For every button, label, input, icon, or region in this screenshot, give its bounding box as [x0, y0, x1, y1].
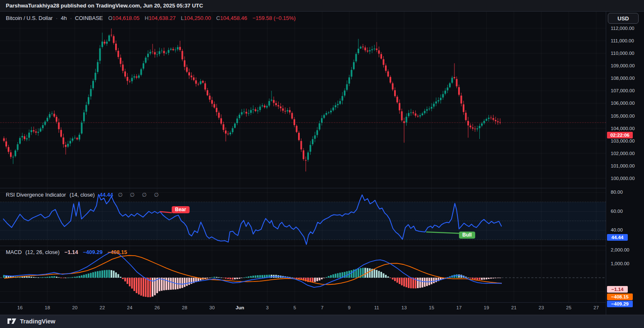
- macd-legend: MACD (12, 26, close) −1.14 −409.29 −408.…: [6, 249, 127, 255]
- time-axis-label: 30: [204, 305, 220, 310]
- macd-signal-value: −408.15: [107, 249, 127, 255]
- price-axis-label: 100,000.00: [611, 175, 635, 182]
- time-axis-label: 15: [423, 305, 440, 310]
- time-axis[interactable]: 1618202224262830Jun357911131517192123252…: [0, 302, 606, 315]
- ohlc-high-value: 104,638.27: [148, 15, 175, 21]
- price-change: −159.58 (−0.15%): [252, 15, 296, 21]
- macd-line-badge: −409.29: [607, 301, 633, 307]
- price-axis-label: 106,000.00: [611, 100, 635, 106]
- time-axis-label: 16: [12, 305, 28, 310]
- brand-bar: TradingView: [0, 315, 644, 328]
- tradingview-logo-text: TradingView: [20, 318, 55, 325]
- time-axis-label: 7: [314, 305, 331, 310]
- rsi-axis-label: 40.00: [611, 227, 623, 233]
- time-axis-label: 26: [149, 305, 165, 310]
- rsi-axis-label: 60.00: [611, 208, 623, 215]
- currency-toggle-button[interactable]: USD: [608, 13, 639, 24]
- time-axis-label: 24: [121, 305, 138, 310]
- rsi-params: (14, close): [69, 192, 95, 198]
- rsi-divergence-flags: ∅ ∅ ∅ ∅: [118, 192, 162, 198]
- macd-axis-label: 2,000.00: [611, 247, 629, 253]
- time-axis-label: 27: [588, 305, 605, 310]
- price-axis-label: 101,000.00: [611, 163, 635, 169]
- macd-hist-badge: −1.14: [607, 286, 628, 293]
- legend-separator: ·: [70, 15, 72, 21]
- symbol-title: Bitcoin / U.S. Dollar: [6, 15, 53, 21]
- time-axis-label: 3: [259, 305, 276, 310]
- time-axis-label: 13: [396, 305, 412, 310]
- price-pane[interactable]: [0, 12, 606, 188]
- ohlc-open-value: 104,618.05: [112, 15, 139, 21]
- price-axis-label: 102,000.00: [611, 150, 635, 157]
- price-axis-label: 109,000.00: [611, 62, 635, 69]
- time-axis-label: 11: [368, 305, 385, 310]
- publish-info-text: ParshwaTurakhiya28 published on TradingV…: [6, 2, 203, 9]
- symbol-exchange: COINBASE: [75, 15, 103, 21]
- publish-info-bar: ParshwaTurakhiya28 published on TradingV…: [0, 0, 644, 12]
- rsi-axis-label: 80.00: [611, 189, 623, 195]
- time-axis-label: 19: [478, 305, 495, 310]
- time-axis-label: 25: [560, 305, 577, 310]
- rsi-value-badge: 44.44: [607, 234, 628, 241]
- ohlc-close-key: C: [216, 15, 220, 21]
- ohlc-close-value: 104,458.46: [220, 15, 247, 21]
- macd-title: MACD: [6, 249, 22, 255]
- ohlc-open-key: O: [108, 15, 112, 21]
- macd-line-value: −409.29: [83, 249, 102, 255]
- candles-layer: [3, 29, 501, 172]
- time-axis-label-month: Jun: [232, 305, 248, 310]
- tradingview-logo-link[interactable]: TradingView: [7, 318, 55, 325]
- right-price-axis[interactable]: 112,000.00111,000.00110,000.00109,000.00…: [606, 12, 644, 315]
- time-axis-label: 21: [506, 305, 522, 310]
- time-axis-label: 20: [67, 305, 83, 310]
- time-axis-label: 23: [533, 305, 550, 310]
- time-axis-label: 22: [94, 305, 111, 310]
- macd-line: [4, 252, 502, 287]
- rsi-current-value: 44.44: [99, 192, 113, 198]
- macd-signal-badge: −408.15: [607, 293, 633, 300]
- price-axis-label: 105,000.00: [611, 113, 635, 119]
- price-axis-label: 108,000.00: [611, 75, 635, 81]
- time-axis-label: 17: [451, 305, 467, 310]
- price-axis-label: 103,000.00: [611, 138, 635, 144]
- ohlc-low-value: 104,250.00: [184, 15, 211, 21]
- symbol-interval: 4h: [61, 15, 67, 21]
- macd-axis-label: 1,000.00: [611, 260, 629, 267]
- symbol-legend: Bitcoin / U.S. Dollar · 4h · COINBASE O1…: [6, 15, 296, 21]
- bull-divergence-label: Bull: [459, 232, 475, 239]
- macd-hist-value: −1.14: [64, 249, 78, 255]
- rsi-legend: RSI Divergence Indicator (14, close) 44.…: [6, 192, 162, 198]
- rsi-title: RSI Divergence Indicator: [6, 192, 66, 198]
- macd-params: (12, 26, close): [25, 249, 59, 255]
- price-axis-label: 104,000.00: [611, 125, 635, 132]
- time-axis-label: 9: [341, 305, 358, 310]
- time-axis-label: 18: [39, 305, 56, 310]
- time-axis-label: 5: [286, 305, 303, 310]
- price-axis-label: 111,000.00: [611, 37, 634, 44]
- price-axis-label: 107,000.00: [611, 87, 635, 94]
- tradingview-published-chart: ParshwaTurakhiya28 published on TradingV…: [0, 0, 644, 328]
- time-axis-label: 28: [176, 305, 193, 310]
- macd-histogram: [3, 268, 501, 297]
- tradingview-logo-icon: [7, 318, 17, 325]
- bar-countdown-badge: 02:22:06: [607, 132, 633, 138]
- legend-separator: ·: [56, 15, 57, 21]
- price-axis-label: 110,000.00: [611, 50, 634, 57]
- price-axis-label: 112,000.00: [611, 25, 634, 32]
- bear-divergence-label: Bear: [172, 206, 190, 213]
- ohlc-high-key: H: [145, 15, 148, 21]
- price-grid: [0, 12, 606, 188]
